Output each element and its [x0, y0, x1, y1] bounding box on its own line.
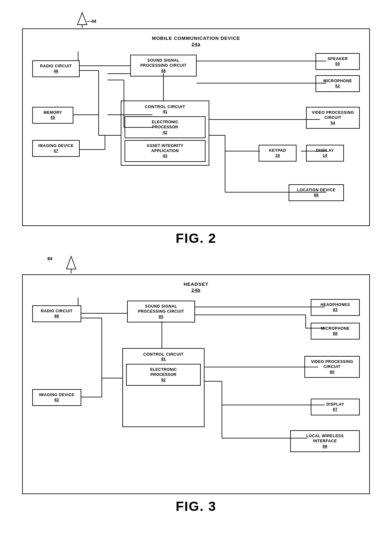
asset-integrity-box: ASSET INTEGRITY APPLICATION 43: [125, 140, 205, 162]
asset-integrity-label: ASSET INTEGRITY APPLICATION: [147, 144, 183, 153]
fig3-microphone-label: MICROPHONE: [321, 326, 350, 331]
display-label: DISPLAY: [316, 148, 334, 153]
fig3-wrapper: 84 HEADSET 24b RADIO CIRCUIT 86 IMAGING …: [22, 254, 370, 522]
headphones-ref: 83: [315, 307, 355, 312]
radio-circuit-box: RADIO CIRCUIT 46: [32, 60, 80, 77]
fig3-sound-signal-label: SOUND SIGNAL PROCESSING CIRCUIT: [138, 304, 184, 314]
fig3-microphone-ref: 88: [315, 331, 355, 336]
electronic-processor-label: ELECTRONIC PROCESSOR: [152, 120, 178, 129]
video-processing-ref: 54: [310, 120, 355, 126]
fig3-radio-circuit-label: RADIO CIRCUIT: [41, 309, 73, 313]
memory-label: MEMORY: [44, 110, 62, 115]
fig3-video-processing-box: VIDEO PROCESSING CIRCUIT 90: [304, 356, 360, 378]
fig2-outer-box: MOBILE COMMUNICATION DEVICE 24a: [22, 28, 370, 226]
fig2-label: FIG. 2: [22, 231, 370, 246]
location-device-box: LOCATION DEVICE 66: [289, 184, 344, 201]
fig3-microphone-box: MICROPHONE 88: [311, 323, 360, 340]
location-device-label: LOCATION DEVICE: [297, 188, 336, 192]
local-wireless-label: LOCAL WIRELESS INTERFACE: [306, 434, 344, 443]
asset-integrity-ref: 43: [128, 153, 202, 158]
fig3-imaging-device-box: IMAGING DEVICE 82: [32, 389, 81, 406]
sound-signal-ref: 48: [135, 68, 192, 73]
fig3-electronic-processor-label: ELECTRONIC PROCESSOR: [150, 367, 177, 377]
svg-marker-0: [77, 13, 87, 25]
video-processing-label: VIDEO PROCESSING CIRCUIT: [312, 110, 354, 120]
local-wireless-ref: 89: [295, 444, 355, 449]
speaker-box: SPEAKER 50: [315, 53, 360, 70]
fig3-title: HEADSET: [29, 281, 363, 287]
fig3-control-circuit-box: CONTROL CIRCUIT 91 ELECTRONIC PROCESSOR …: [122, 348, 205, 427]
video-processing-box: VIDEO PROCESSING CIRCUIT 54: [306, 107, 360, 129]
memory-box: MEMORY 45: [32, 107, 73, 124]
fig2-wrapper: —44 MOBILE COMMUNICATION DEVICE 24a: [22, 9, 370, 254]
fig3-imaging-device-ref: 82: [37, 397, 77, 402]
sound-signal-box: SOUND SIGNAL PROCESSING CIRCUIT 48: [130, 55, 197, 77]
fig3-radio-circuit-ref: 86: [37, 314, 77, 319]
fig3-video-processing-ref: 90: [309, 370, 355, 375]
electronic-processor-ref: 42: [128, 130, 202, 135]
fig2-subtitle: 24a: [29, 41, 363, 47]
location-device-ref: 66: [293, 193, 340, 198]
headphones-box: HEADPHONES 83: [311, 299, 360, 316]
headphones-label: HEADPHONES: [321, 303, 350, 307]
speaker-label: SPEAKER: [328, 57, 348, 61]
speaker-ref: 50: [320, 61, 355, 66]
fig3-display-box: DISPLAY 87: [311, 399, 360, 415]
imaging-device-box: IMAGING DEVICE 47: [32, 140, 80, 157]
svg-marker-28: [66, 256, 76, 269]
microphone-ref: 52: [320, 83, 355, 89]
keypad-label: KEYPAD: [269, 148, 286, 153]
fig3-radio-circuit-box: RADIO CIRCUIT 86: [32, 305, 81, 322]
fig3-electronic-processor-box: ELECTRONIC PROCESSOR 92: [126, 364, 201, 386]
keypad-box: KEYPAD 18: [259, 145, 297, 162]
display-ref: 14: [310, 153, 340, 158]
local-wireless-box: LOCAL WIRELESS INTERFACE 89: [290, 430, 360, 452]
electronic-processor-box: ELECTRONIC PROCESSOR 42: [125, 116, 205, 138]
fig3-sound-signal-box: SOUND SIGNAL PROCESSING CIRCUIT 85: [127, 301, 195, 322]
fig3-label: FIG. 3: [22, 499, 370, 514]
fig3-sound-signal-ref: 85: [132, 314, 191, 319]
display-box: DISPLAY 14: [306, 145, 344, 162]
svg-text:84: 84: [47, 256, 52, 261]
fig3-display-label: DISPLAY: [326, 402, 344, 407]
radio-circuit-ref: 46: [37, 69, 75, 74]
imaging-device-ref: 47: [37, 148, 75, 153]
keypad-ref: 18: [263, 153, 292, 158]
microphone-label: MICROPHONE: [323, 79, 352, 83]
fig2-title: MOBILE COMMUNICATION DEVICE: [29, 35, 363, 41]
fig3-imaging-device-label: IMAGING DEVICE: [39, 393, 75, 397]
microphone-box: MICROPHONE 52: [315, 75, 360, 92]
fig3-electronic-processor-ref: 92: [130, 377, 197, 383]
imaging-device-label: IMAGING DEVICE: [38, 144, 74, 148]
radio-circuit-label: RADIO CIRCUIT: [40, 64, 72, 68]
svg-text:—44: —44: [87, 19, 96, 24]
fig3-display-ref: 87: [315, 407, 355, 412]
sound-signal-label: SOUND SIGNAL PROCESSING CIRCUIT: [140, 58, 187, 68]
memory-ref: 45: [37, 115, 69, 120]
fig3-outer-box: HEADSET 24b RADIO CIRCUIT 86 IMAGING DEV…: [22, 274, 370, 494]
control-circuit-box: CONTROL CIRCUIT 41 ELECTRONIC PROCESSOR …: [121, 101, 209, 166]
fig3-subtitle: 24b: [29, 287, 363, 293]
fig3-video-processing-label: VIDEO PROCESSING CIRCUIT: [311, 359, 353, 369]
